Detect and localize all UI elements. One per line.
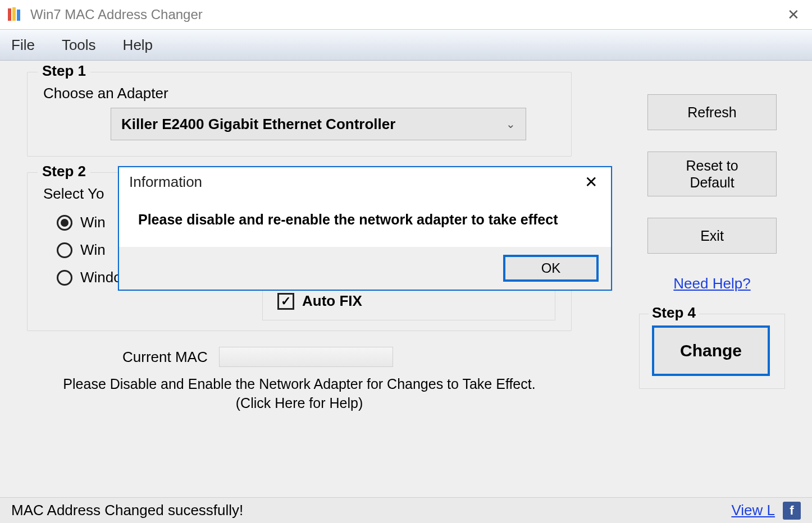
adapter-selected: Killer E2400 Gigabit Ethernet Controller: [121, 116, 395, 133]
step2-legend: Step 2: [38, 163, 90, 180]
info-dialog: Information ✕ Please disable and re-enab…: [118, 166, 612, 291]
statusbar: MAC Address Changed sucessfully! View L …: [0, 497, 812, 523]
adapter-dropdown[interactable]: Killer E2400 Gigabit Ethernet Controller…: [111, 108, 526, 140]
window-title: Win7 MAC Address Changer: [30, 7, 782, 22]
facebook-icon[interactable]: f: [783, 502, 801, 520]
hint-line2: (Click Here for Help): [236, 395, 363, 411]
titlebar: Win7 MAC Address Changer ✕: [0, 0, 812, 29]
current-mac-field[interactable]: [219, 347, 393, 367]
os-option-0-label: Win: [80, 214, 106, 231]
hint-line1: Please Disable and Enable the Network Ad…: [63, 376, 535, 392]
dialog-message: Please disable and re-enable the network…: [119, 195, 611, 247]
current-mac-label: Current MAC: [122, 348, 208, 366]
radio-icon: [57, 270, 72, 286]
step1-group: Step 1 Choose an Adapter Killer E2400 Gi…: [27, 72, 572, 157]
dialog-close-button[interactable]: ✕: [581, 173, 601, 191]
svg-rect-0: [8, 8, 11, 21]
svg-rect-1: [12, 7, 16, 21]
exit-button[interactable]: Exit: [647, 218, 777, 254]
radio-icon: [57, 215, 72, 231]
autofix-checkbox[interactable]: ✓ Auto FIX: [277, 292, 540, 310]
step1-legend: Step 1: [38, 62, 90, 80]
menu-help[interactable]: Help: [123, 36, 153, 54]
reset-default-button[interactable]: Reset toDefault: [647, 152, 777, 196]
dialog-ok-button[interactable]: OK: [503, 255, 599, 282]
dialog-title: Information: [129, 173, 202, 191]
app-icon: [7, 6, 24, 23]
menu-file[interactable]: File: [11, 36, 35, 54]
right-column: Refresh Reset toDefault Exit Need Help? …: [639, 94, 785, 389]
current-mac-row: Current MAC: [122, 347, 572, 367]
menu-tools[interactable]: Tools: [62, 36, 96, 54]
change-button[interactable]: Change: [652, 325, 770, 376]
radio-icon: [57, 242, 72, 258]
window-close-button[interactable]: ✕: [782, 6, 805, 24]
checkbox-icon: ✓: [277, 293, 294, 310]
need-help-link[interactable]: Need Help?: [673, 275, 750, 292]
status-text: MAC Address Changed sucessfully!: [11, 502, 731, 519]
svg-rect-2: [17, 10, 20, 21]
menubar: File Tools Help: [0, 29, 812, 61]
adapter-label: Choose an Adapter: [43, 85, 555, 102]
view-log-link[interactable]: View L: [731, 502, 775, 519]
chevron-down-icon: ⌄: [506, 117, 516, 131]
reset-default-label: Reset toDefault: [686, 157, 738, 191]
refresh-button[interactable]: Refresh: [647, 94, 777, 130]
dialog-footer: OK: [119, 247, 611, 290]
autofix-label: Auto FIX: [302, 292, 362, 310]
step4-group: Step 4 Change: [639, 314, 785, 389]
dialog-titlebar: Information ✕: [119, 167, 611, 195]
step4-legend: Step 4: [649, 304, 699, 322]
hint-text[interactable]: Please Disable and Enable the Network Ad…: [27, 375, 572, 413]
os-option-1-label: Win: [80, 241, 106, 259]
